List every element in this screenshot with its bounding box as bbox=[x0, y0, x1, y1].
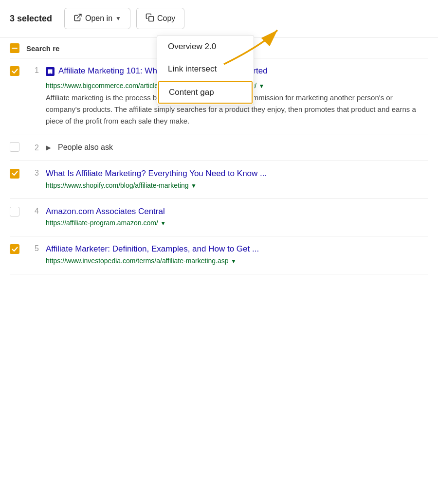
table-row: 2 ▶ People also ask bbox=[10, 134, 428, 161]
row-3-content: What Is Affiliate Marketing? Everything … bbox=[46, 168, 428, 192]
row-3-number: 3 bbox=[28, 168, 39, 178]
row-4-url[interactable]: https://affiliate-program.amazon.com/ bbox=[46, 219, 158, 227]
row-3-url[interactable]: https://www.shopify.com/blog/affiliate-m… bbox=[46, 181, 189, 189]
open-in-label: Open in bbox=[85, 14, 112, 23]
header-label: Search re bbox=[26, 44, 59, 53]
row-4-checkbox[interactable] bbox=[10, 207, 19, 216]
chevron-down-icon: ▼ bbox=[115, 15, 121, 22]
dropdown-item-overview[interactable]: Overview 2.0 bbox=[157, 36, 254, 58]
row-3-url-arrow: ▼ bbox=[191, 182, 197, 189]
svg-rect-1 bbox=[149, 17, 154, 21]
open-in-button[interactable]: Open in ▼ bbox=[64, 8, 130, 29]
row-1-checkbox[interactable] bbox=[10, 66, 19, 76]
open-in-icon bbox=[73, 13, 82, 24]
toolbar: 3 selected Open in ▼ Overview 2.0 Link i… bbox=[0, 0, 438, 37]
table-row: 5 Affiliate Marketer: Definition, Exampl… bbox=[10, 236, 428, 274]
row-5-number: 5 bbox=[28, 243, 39, 253]
dropdown-item-link-intersect[interactable]: Link intersect bbox=[157, 58, 254, 80]
row-5-title[interactable]: Affiliate Marketer: Definition, Examples… bbox=[46, 243, 428, 255]
selected-count: 3 selected bbox=[10, 14, 58, 24]
row-4-url-arrow: ▼ bbox=[160, 220, 166, 227]
row-2-number: 2 bbox=[28, 143, 39, 152]
table-row: 4 Amazon.com Associates Central https://… bbox=[10, 199, 428, 237]
featured-icon bbox=[46, 67, 55, 76]
row-3-title[interactable]: What Is Affiliate Marketing? Everything … bbox=[46, 168, 428, 180]
copy-label: Copy bbox=[157, 14, 175, 23]
row-4-number: 4 bbox=[28, 206, 39, 216]
table-row: 3 What Is Affiliate Marketing? Everythin… bbox=[10, 161, 428, 199]
row-5-checkbox[interactable] bbox=[10, 244, 19, 254]
row-1-number: 1 bbox=[28, 65, 39, 75]
dropdown-item-content-gap[interactable]: Content gap bbox=[158, 81, 253, 104]
row-2-title: People also ask bbox=[58, 143, 113, 152]
row-1-url-arrow: ▼ bbox=[259, 83, 265, 90]
paa-expand-icon[interactable]: ▶ bbox=[46, 144, 51, 151]
row-2-checkbox[interactable] bbox=[10, 142, 19, 152]
row-3-checkbox[interactable] bbox=[10, 169, 19, 179]
copy-icon bbox=[146, 13, 154, 24]
svg-line-0 bbox=[77, 14, 81, 18]
row-4-title[interactable]: Amazon.com Associates Central bbox=[46, 206, 428, 217]
open-in-dropdown: Overview 2.0 Link intersect Content gap bbox=[157, 35, 254, 105]
header-checkbox[interactable] bbox=[10, 43, 19, 53]
row-5-content: Affiliate Marketer: Definition, Examples… bbox=[46, 243, 428, 267]
row-4-content: Amazon.com Associates Central https://af… bbox=[46, 206, 428, 230]
row-5-url-arrow: ▼ bbox=[231, 258, 237, 265]
copy-button[interactable]: Copy bbox=[136, 8, 184, 29]
row-5-url[interactable]: https://www.investopedia.com/terms/a/aff… bbox=[46, 257, 229, 265]
